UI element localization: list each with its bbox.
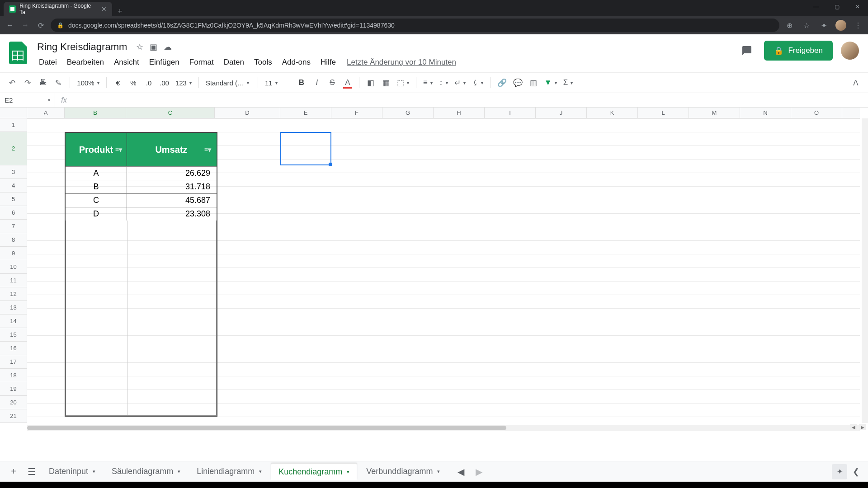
insert-chart-button[interactable]: ▥ bbox=[527, 76, 540, 89]
table-row[interactable]: C45.687 bbox=[66, 193, 217, 207]
insert-link-button[interactable]: 🔗 bbox=[495, 76, 509, 89]
text-wrap-button[interactable]: ↵ bbox=[452, 76, 468, 89]
row-header[interactable]: 4 bbox=[0, 179, 27, 192]
sheets-logo-icon[interactable] bbox=[6, 41, 30, 64]
menu-format[interactable]: Format bbox=[185, 56, 218, 69]
font-select[interactable]: Standard (… bbox=[203, 76, 253, 89]
row-header[interactable]: 13 bbox=[0, 301, 27, 314]
row-header[interactable]: 5 bbox=[0, 192, 27, 206]
column-header[interactable]: G bbox=[382, 108, 434, 118]
cloud-status-icon[interactable]: ☁ bbox=[164, 42, 172, 52]
vertical-align-button[interactable]: ↕ bbox=[437, 76, 450, 89]
column-header[interactable]: A bbox=[27, 108, 65, 118]
window-minimize-button[interactable]: — bbox=[806, 0, 826, 14]
row-header[interactable]: 20 bbox=[0, 396, 27, 409]
horizontal-scrollbar[interactable] bbox=[27, 425, 860, 431]
zoom-icon[interactable]: ⊕ bbox=[784, 21, 795, 30]
format-currency-button[interactable]: € bbox=[111, 76, 125, 89]
row-header[interactable]: 18 bbox=[0, 369, 27, 382]
window-maximize-button[interactable]: ▢ bbox=[826, 0, 847, 14]
menu-data[interactable]: Daten bbox=[219, 56, 249, 69]
column-header[interactable]: N bbox=[740, 108, 791, 118]
row-header[interactable]: 10 bbox=[0, 260, 27, 274]
undo-button[interactable]: ↶ bbox=[5, 76, 19, 89]
row-header[interactable]: 7 bbox=[0, 220, 27, 233]
column-header[interactable]: O bbox=[791, 108, 842, 118]
bold-button[interactable]: B bbox=[295, 76, 308, 89]
fill-color-button[interactable]: ◧ bbox=[364, 76, 377, 89]
row-header[interactable]: 2 bbox=[0, 132, 27, 165]
document-title[interactable]: Ring Kreisdiagramm bbox=[34, 40, 130, 54]
decrease-decimal-button[interactable]: .0 bbox=[142, 76, 156, 89]
account-avatar[interactable] bbox=[841, 42, 859, 60]
last-edit-link[interactable]: Letzte Änderung vor 10 Minuten bbox=[347, 58, 456, 67]
paint-format-button[interactable]: ✎ bbox=[52, 76, 65, 89]
table-cell-revenue[interactable]: 45.687 bbox=[127, 194, 216, 207]
browser-tab[interactable]: Ring Kreisdiagramm - Google Ta ✕ bbox=[4, 2, 112, 16]
text-color-button[interactable]: A bbox=[341, 76, 354, 89]
column-header[interactable]: H bbox=[434, 108, 485, 118]
italic-button[interactable]: I bbox=[310, 76, 324, 89]
chevron-down-icon[interactable]: ▾ bbox=[437, 469, 440, 474]
table-cell-revenue[interactable]: 23.308 bbox=[127, 207, 216, 221]
table-cell-product[interactable]: D bbox=[66, 207, 127, 221]
column-header[interactable]: M bbox=[689, 108, 740, 118]
row-header[interactable]: 11 bbox=[0, 274, 27, 287]
menu-view[interactable]: Ansicht bbox=[109, 56, 144, 69]
comments-button[interactable] bbox=[738, 42, 756, 60]
increase-decimal-button[interactable]: .00 bbox=[157, 76, 171, 89]
table-cell-revenue[interactable]: 31.718 bbox=[127, 180, 216, 193]
filter-button[interactable]: ▼ bbox=[542, 76, 559, 89]
share-button[interactable]: 🔒 Freigeben bbox=[764, 41, 833, 61]
forward-icon[interactable]: → bbox=[20, 21, 31, 29]
column-header[interactable]: B bbox=[65, 108, 126, 118]
row-header[interactable]: 1 bbox=[0, 118, 27, 132]
number-format-select[interactable]: 123 bbox=[173, 76, 194, 89]
merge-cells-button[interactable]: ⬚ bbox=[395, 76, 411, 89]
font-size-select[interactable]: 11 bbox=[263, 76, 285, 89]
sheet-scroll-right-button[interactable]: ▶ bbox=[471, 464, 487, 480]
borders-button[interactable]: ▦ bbox=[379, 76, 393, 89]
explore-button[interactable]: ✦ bbox=[832, 464, 847, 479]
filter-icon[interactable]: ≡▾ bbox=[204, 146, 211, 153]
filter-icon[interactable]: ≡▾ bbox=[115, 146, 122, 153]
row-header[interactable]: 14 bbox=[0, 314, 27, 328]
table-row[interactable]: B31.718 bbox=[66, 180, 217, 193]
sheet-tab-saeulendiagramm[interactable]: Säulendiagramm▾ bbox=[104, 463, 188, 480]
sheet-tab-dateninput[interactable]: Dateninput▾ bbox=[42, 463, 103, 480]
strikethrough-button[interactable]: S bbox=[326, 76, 339, 89]
row-header[interactable]: 6 bbox=[0, 206, 27, 220]
scroll-right-icon[interactable]: ▶ bbox=[859, 424, 866, 430]
menu-addons[interactable]: Add-ons bbox=[278, 56, 315, 69]
browser-profile-avatar[interactable] bbox=[835, 20, 846, 31]
reload-icon[interactable]: ⟳ bbox=[35, 21, 46, 30]
chevron-down-icon[interactable]: ▾ bbox=[178, 469, 180, 474]
table-row[interactable]: D23.308 bbox=[66, 207, 217, 221]
bookmark-icon[interactable]: ☆ bbox=[801, 21, 812, 30]
back-icon[interactable]: ← bbox=[5, 21, 15, 29]
row-header[interactable]: 19 bbox=[0, 382, 27, 396]
scroll-left-icon[interactable]: ◀ bbox=[850, 424, 857, 430]
text-rotation-button[interactable]: ⤹ bbox=[470, 76, 486, 89]
horizontal-align-button[interactable]: ≡ bbox=[421, 76, 435, 89]
collapse-toolbar-button[interactable]: ᐱ bbox=[849, 76, 863, 89]
menu-file[interactable]: Datei bbox=[34, 56, 61, 69]
chevron-down-icon[interactable]: ▾ bbox=[93, 469, 95, 474]
row-header[interactable]: 8 bbox=[0, 233, 27, 247]
row-header[interactable]: 21 bbox=[0, 409, 27, 423]
print-button[interactable]: 🖶 bbox=[36, 76, 50, 89]
column-header[interactable]: D bbox=[215, 108, 280, 118]
vertical-scrollbar[interactable] bbox=[862, 118, 868, 423]
sheet-tab-liniendiagramm[interactable]: Liniendiagramm▾ bbox=[189, 463, 269, 480]
column-header[interactable]: J bbox=[536, 108, 587, 118]
menu-help[interactable]: Hilfe bbox=[316, 56, 340, 69]
star-icon[interactable]: ☆ bbox=[136, 42, 143, 52]
column-header[interactable]: I bbox=[485, 108, 536, 118]
row-header[interactable]: 12 bbox=[0, 287, 27, 301]
zoom-select[interactable]: 100% bbox=[75, 76, 102, 89]
extensions-icon[interactable]: ✦ bbox=[818, 21, 829, 30]
column-header[interactable]: E bbox=[280, 108, 331, 118]
fill-handle[interactable] bbox=[329, 163, 332, 166]
spreadsheet-grid[interactable]: ABCDEFGHIJKLMNO 123456789101112131415161… bbox=[0, 108, 868, 431]
sheet-tab-verbunddiagramm[interactable]: Verbunddiagramm▾ bbox=[359, 463, 447, 480]
